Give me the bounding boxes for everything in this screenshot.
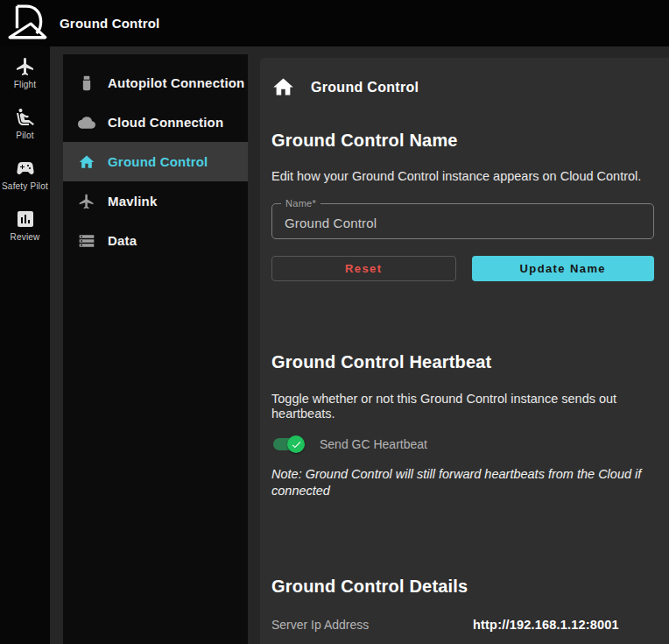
heartbeat-toggle-row: Send GC Heartbeat — [271, 435, 654, 454]
rail-item-label: Pilot — [16, 131, 33, 140]
nav-item-cloud-connection[interactable]: Cloud Connection — [63, 103, 248, 142]
heartbeat-note: Note: Ground Control will still forward … — [271, 466, 654, 499]
nav-item-autopilot-connection[interactable]: Autopilot Connection — [63, 63, 248, 103]
details-label: Server Ip Address — [271, 618, 473, 632]
home-icon — [78, 153, 95, 171]
page-title: Ground Control — [311, 80, 419, 96]
storage-icon — [78, 232, 95, 250]
nav-item-data[interactable]: Data — [63, 221, 248, 260]
rail-item-pilot[interactable]: Pilot — [0, 105, 50, 142]
update-name-button[interactable]: Update Name — [472, 256, 655, 281]
usb-drive-icon — [78, 74, 95, 92]
airplane-icon — [15, 56, 36, 77]
heartbeat-description: Toggle whether or not this Ground Contro… — [271, 392, 654, 421]
name-section-description: Edit how your Ground Control instance ap… — [271, 169, 654, 184]
nav-item-label: Mavlink — [108, 194, 157, 209]
nav-item-label: Ground Control — [108, 154, 208, 169]
heartbeat-section-heading: Ground Control Heartbeat — [271, 352, 654, 372]
main-content: Ground Control Ground Control Name Edit … — [260, 58, 669, 644]
app-title: Ground Control — [60, 16, 159, 31]
rail-item-label: Safety Pilot — [2, 181, 48, 191]
page-header: Ground Control — [271, 75, 654, 99]
nav-item-label: Autopilot Connection — [108, 75, 244, 90]
pilot-seat-icon — [15, 107, 36, 128]
layout: Flight Pilot Safety Pilot Review Autopil… — [0, 46, 669, 644]
bar-chart-icon — [15, 209, 36, 230]
rail-item-flight[interactable]: Flight — [0, 54, 50, 91]
heartbeat-toggle-label: Send GC Heartbeat — [320, 437, 427, 451]
rail-item-safety-pilot[interactable]: Safety Pilot — [0, 156, 50, 193]
name-section-heading: Ground Control Name — [271, 131, 654, 151]
nav-item-ground-control[interactable]: Ground Control — [63, 142, 248, 181]
toggle-thumb — [287, 435, 305, 453]
nav-item-label: Data — [108, 233, 137, 248]
heartbeat-toggle[interactable] — [271, 435, 305, 454]
settings-nav-panel: Autopilot Connection Cloud Connection Gr… — [63, 54, 248, 644]
details-row-server-ip: Server Ip Address http://192.168.1.12:80… — [271, 618, 654, 632]
rail-item-label: Flight — [14, 80, 37, 89]
name-field-label: Name* — [281, 198, 320, 209]
nav-item-label: Cloud Connection — [108, 115, 223, 130]
top-bar: Ground Control — [0, 0, 669, 46]
airplane-icon — [78, 193, 95, 210]
check-icon — [291, 439, 302, 450]
nav-item-mavlink[interactable]: Mavlink — [63, 181, 248, 221]
details-value: http://192.168.1.12:8001 — [473, 618, 619, 632]
reset-button[interactable]: Reset — [271, 256, 456, 281]
gamepad-icon — [15, 158, 36, 179]
name-input[interactable] — [272, 204, 653, 238]
rail-item-label: Review — [11, 232, 40, 242]
left-rail: Flight Pilot Safety Pilot Review — [0, 46, 50, 644]
app-logo — [8, 4, 48, 44]
rail-item-review[interactable]: Review — [0, 207, 50, 244]
details-section-heading: Ground Control Details — [271, 577, 654, 597]
home-icon — [271, 75, 295, 99]
name-field-wrapper: Name* — [271, 203, 654, 239]
cloud-icon — [78, 114, 95, 131]
name-actions: Reset Update Name — [271, 256, 654, 281]
